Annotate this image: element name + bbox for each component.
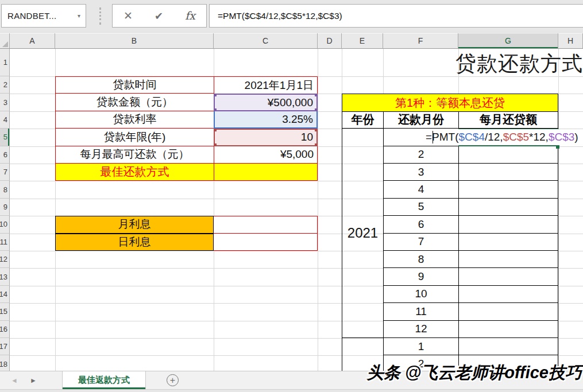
cell-c6-max-payment[interactable]: ¥5,000 [214, 146, 318, 164]
text-cursor [433, 131, 434, 143]
cell-month-2021-7[interactable]: 7 [383, 234, 458, 251]
cell-c11-daily-interest-value[interactable] [214, 234, 318, 251]
next-sheet-icon[interactable]: ► [30, 377, 37, 384]
cell-b3-label[interactable]: 贷款金额（元） [55, 94, 214, 111]
sheet-tab-active[interactable]: 最佳返款方式 [62, 371, 146, 389]
formula-input[interactable]: =PMT($C$4/12,$C$5*12,$C$3) [209, 4, 583, 28]
row-header-9[interactable]: 9 [0, 199, 10, 216]
cell-c4-loan-rate[interactable]: 3.25% [214, 111, 318, 129]
row-header-7[interactable]: 7 [0, 164, 10, 181]
watermark-text: 头条 @飞云老师讲office技巧 [367, 362, 582, 385]
cell-amount-2021-5[interactable] [458, 199, 558, 216]
cell-b2-label[interactable]: 贷款时间 [55, 76, 214, 94]
cell-amount-2021-12[interactable] [458, 321, 558, 338]
cell-amount-2021-9[interactable] [458, 268, 558, 285]
cell-amount-2021-8[interactable] [458, 251, 558, 268]
formula-segment: ) [574, 131, 578, 143]
row-header-6[interactable]: 6 [0, 146, 10, 164]
in-cell-formula-editor[interactable]: =PMT($C$4/12,$C$5*12,$C$3) [426, 129, 580, 145]
row-header-17[interactable]: 17 [0, 338, 10, 355]
cell-c2-loan-date[interactable]: 2021年1月1日 [214, 76, 318, 94]
column-header-a[interactable]: A [10, 33, 55, 48]
plan-header-year[interactable]: 年份 [342, 111, 383, 129]
table-row: 1 [383, 338, 558, 355]
cell-month-2021-4[interactable]: 4 [383, 181, 458, 198]
loan-info-table: 贷款时间 2021年1月1日 贷款金额（元） ¥500,000 贷款利率 3.2… [55, 76, 318, 181]
row-header-3[interactable]: 3 [0, 94, 10, 111]
row-header-14[interactable]: 14 [0, 286, 10, 303]
cell-c7-best-method-value[interactable] [214, 164, 318, 181]
cell-b10-monthly-interest-label[interactable]: 月利息 [55, 216, 214, 233]
cell-amount-2021-2[interactable] [458, 146, 558, 164]
row-header-1[interactable]: 1 [0, 49, 10, 76]
row-header-8[interactable]: 8 [0, 181, 10, 198]
cell-month-next-1[interactable]: 1 [383, 338, 458, 355]
column-header-f[interactable]: F [383, 33, 458, 48]
column-header-g[interactable]: G [458, 33, 558, 48]
column-header-h[interactable]: H [558, 33, 583, 48]
cell-b5-label[interactable]: 贷款年限(年) [55, 129, 214, 146]
select-all-triangle-icon [2, 41, 8, 47]
column-header-row: ABCDEFGH [0, 33, 583, 49]
fill-handle[interactable] [556, 145, 559, 149]
row-header-5[interactable]: 5 [0, 129, 10, 146]
row-header-12[interactable]: 12 [0, 251, 10, 268]
name-box-value: RANDBET... [2, 11, 57, 21]
cell-amount-2021-11[interactable] [458, 303, 558, 320]
cell-month-2021-2[interactable]: 2 [383, 146, 458, 164]
formula-segment: *12, [529, 131, 549, 143]
add-sheet-button[interactable]: + [167, 374, 179, 386]
cell-year-2021[interactable]: 2021 [342, 129, 383, 338]
table-row: 10 [383, 286, 558, 303]
cell-amount-2021-10[interactable] [458, 286, 558, 303]
prev-sheet-icon[interactable]: ◄ [11, 377, 18, 384]
cell-month-2021-12[interactable]: 12 [383, 321, 458, 338]
cell-month-2021-3[interactable]: 3 [383, 164, 458, 181]
name-box[interactable]: RANDBET... ▾ [1, 4, 86, 28]
cell-amount-next-1[interactable] [458, 338, 558, 355]
row-header-2[interactable]: 2 [0, 76, 10, 94]
status-bar [0, 389, 583, 392]
cell-month-2021-10[interactable]: 10 [383, 286, 458, 303]
cell-amount-2021-6[interactable] [458, 216, 558, 233]
row-header-11[interactable]: 11 [0, 234, 10, 251]
column-header-d[interactable]: D [318, 33, 342, 48]
cell-month-2021-6[interactable]: 6 [383, 216, 458, 233]
row-header-18[interactable]: 18 [0, 355, 10, 371]
cell-amount-2021-4[interactable] [458, 181, 558, 198]
table-row: 6 [383, 216, 558, 233]
plan-banner[interactable]: 第1种：等额本息还贷 [342, 94, 558, 111]
row-header-4[interactable]: 4 [0, 111, 10, 129]
cell-b4-label[interactable]: 贷款利率 [55, 111, 214, 129]
plan-header-amount[interactable]: 每月还贷额 [458, 111, 558, 129]
selection-handle [214, 94, 217, 96]
column-header-e[interactable]: E [342, 33, 383, 48]
cancel-icon[interactable]: ✕ [123, 10, 133, 21]
row-header-13[interactable]: 13 [0, 268, 10, 285]
insert-function-icon[interactable]: fx [185, 10, 195, 21]
row-header-10[interactable]: 10 [0, 216, 10, 233]
cell-c5-loan-years[interactable]: 10 [214, 129, 318, 146]
table-row: 11 [383, 303, 558, 320]
cell-b6-label[interactable]: 每月最高可还款（元） [55, 146, 214, 164]
chevron-down-icon[interactable]: ▾ [78, 13, 80, 19]
cell-month-2021-9[interactable]: 9 [383, 268, 458, 285]
column-header-b[interactable]: B [55, 33, 214, 48]
cell-b7-best-method-label[interactable]: 最佳还款方式 [55, 164, 214, 181]
select-all-corner[interactable] [0, 33, 10, 48]
cell-c3-loan-amount[interactable]: ¥500,000 [214, 94, 318, 111]
in-cell-formula-text: =PMT($C$4/12,$C$5*12,$C$3) [426, 131, 578, 143]
column-header-c[interactable]: C [214, 33, 318, 48]
row-header-16[interactable]: 16 [0, 321, 10, 338]
cell-amount-2021-7[interactable] [458, 234, 558, 251]
plan-header-month[interactable]: 还款月份 [383, 111, 458, 129]
cell-month-2021-11[interactable]: 11 [383, 303, 458, 320]
cell-amount-2021-3[interactable] [458, 164, 558, 181]
enter-icon[interactable]: ✔ [155, 11, 163, 21]
cell-month-2021-8[interactable]: 8 [383, 251, 458, 268]
row-header-15[interactable]: 15 [0, 303, 10, 320]
cell-month-2021-5[interactable]: 5 [383, 199, 458, 216]
selection-handle [315, 129, 318, 131]
cell-b11-daily-interest-label[interactable]: 日利息 [55, 234, 214, 251]
cell-c10-monthly-interest-value[interactable] [214, 216, 318, 233]
